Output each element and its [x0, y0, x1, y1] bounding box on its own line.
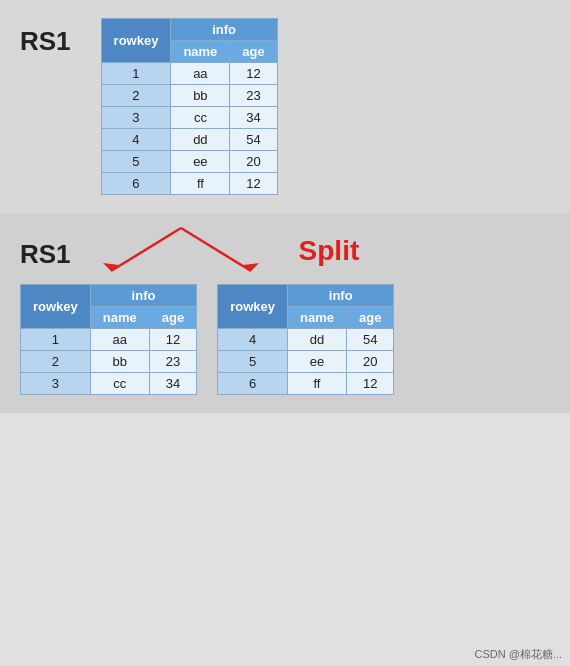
name-cell: cc — [90, 373, 149, 395]
age-cell: 12 — [230, 63, 277, 85]
top-rowkey-header: rowkey — [101, 19, 171, 63]
name-cell: aa — [171, 63, 230, 85]
rowkey-cell: 6 — [101, 173, 171, 195]
top-family-header: info — [171, 19, 277, 41]
rowkey-cell: 1 — [101, 63, 171, 85]
br-col-age: age — [346, 307, 393, 329]
bl-col-name: name — [90, 307, 149, 329]
table-row: 5ee20 — [101, 151, 277, 173]
bl-family-header: info — [90, 285, 196, 307]
table-row: 4dd54 — [101, 129, 277, 151]
age-cell: 23 — [230, 85, 277, 107]
name-cell: ee — [288, 351, 347, 373]
name-cell: bb — [90, 351, 149, 373]
age-cell: 20 — [346, 351, 393, 373]
top-section: RS1 rowkey info name age 1aa122bb233cc34… — [0, 0, 570, 213]
rowkey-cell: 2 — [21, 351, 91, 373]
name-cell: aa — [90, 329, 149, 351]
age-cell: 12 — [230, 173, 277, 195]
age-cell: 34 — [149, 373, 196, 395]
table-row: 4dd54 — [218, 329, 394, 351]
table-row: 6ff12 — [101, 173, 277, 195]
br-rowkey-header: rowkey — [218, 285, 288, 329]
table-row: 2bb23 — [21, 351, 197, 373]
br-col-name: name — [288, 307, 347, 329]
age-cell: 20 — [230, 151, 277, 173]
table-row: 5ee20 — [218, 351, 394, 373]
rowkey-cell: 3 — [21, 373, 91, 395]
rowkey-cell: 1 — [21, 329, 91, 351]
br-family-header: info — [288, 285, 394, 307]
svg-line-0 — [111, 228, 181, 271]
rowkey-cell: 4 — [218, 329, 288, 351]
rowkey-cell: 3 — [101, 107, 171, 129]
rowkey-cell: 2 — [101, 85, 171, 107]
name-cell: dd — [288, 329, 347, 351]
table-row: 1aa12 — [101, 63, 277, 85]
name-cell: ee — [171, 151, 230, 173]
split-label: Split — [299, 235, 360, 267]
bottom-left-table: rowkey info name age 1aa122bb233cc34 — [20, 284, 197, 395]
top-col-age: age — [230, 41, 277, 63]
table-row: 2bb23 — [101, 85, 277, 107]
rowkey-cell: 5 — [101, 151, 171, 173]
age-cell: 34 — [230, 107, 277, 129]
rowkey-cell: 6 — [218, 373, 288, 395]
table-row: 3cc34 — [21, 373, 197, 395]
top-rs-label: RS1 — [20, 26, 71, 57]
bl-col-age: age — [149, 307, 196, 329]
bottom-section: RS1 Split rowkey info name age — [0, 213, 570, 413]
bottom-tables-row: rowkey info name age 1aa122bb233cc34 row… — [20, 284, 550, 395]
bl-rowkey-header: rowkey — [21, 285, 91, 329]
name-cell: cc — [171, 107, 230, 129]
age-cell: 23 — [149, 351, 196, 373]
table-row: 3cc34 — [101, 107, 277, 129]
bottom-rs-label: RS1 — [20, 239, 71, 270]
name-cell: ff — [288, 373, 347, 395]
bottom-right-table: rowkey info name age 4dd545ee206ff12 — [217, 284, 394, 395]
name-cell: ff — [171, 173, 230, 195]
rowkey-cell: 5 — [218, 351, 288, 373]
watermark: CSDN @棉花糖... — [474, 647, 562, 662]
name-cell: bb — [171, 85, 230, 107]
age-cell: 54 — [346, 329, 393, 351]
age-cell: 12 — [149, 329, 196, 351]
name-cell: dd — [171, 129, 230, 151]
age-cell: 54 — [230, 129, 277, 151]
split-row: RS1 Split — [20, 223, 550, 278]
table-row: 6ff12 — [218, 373, 394, 395]
age-cell: 12 — [346, 373, 393, 395]
svg-line-2 — [181, 228, 251, 271]
split-arrows — [81, 223, 281, 278]
top-col-name: name — [171, 41, 230, 63]
top-table: rowkey info name age 1aa122bb233cc344dd5… — [101, 18, 278, 195]
rowkey-cell: 4 — [101, 129, 171, 151]
table-row: 1aa12 — [21, 329, 197, 351]
